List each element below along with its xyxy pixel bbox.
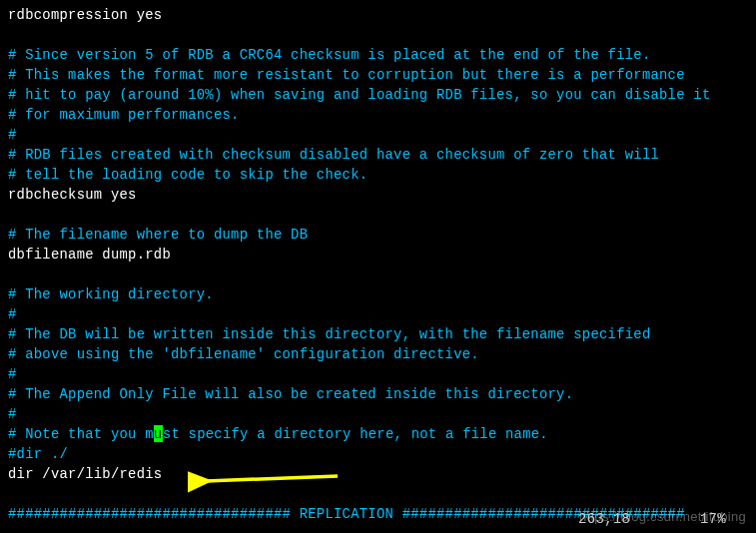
code-line: rdbcompression yes <box>8 6 748 26</box>
code-line: # RDB files created with checksum disabl… <box>8 146 748 166</box>
code-line: # <box>8 305 748 325</box>
code-line <box>8 485 748 505</box>
code-line: # The Append Only File will also be crea… <box>8 385 748 405</box>
code-line: # for maximum performances. <box>8 106 748 126</box>
watermark: https://blog.csdn.net/ifubing <box>579 507 746 527</box>
code-line: # above using the 'dbfilename' configura… <box>8 345 748 365</box>
code-line: # This makes the format more resistant t… <box>8 66 748 86</box>
cursor-line-after: st specify a directory here, not a file … <box>163 427 548 442</box>
code-line: # tell the loading code to skip the chec… <box>8 166 748 186</box>
code-line: dbfilename dump.rdb <box>8 246 748 266</box>
code-line <box>8 26 748 46</box>
code-line: #dir ./ <box>8 445 748 465</box>
editor-viewport[interactable]: rdbcompression yes# Since version 5 of R… <box>8 6 748 525</box>
code-line: # <box>8 405 748 425</box>
code-line: rdbchecksum yes <box>8 186 748 206</box>
code-line <box>8 266 748 285</box>
code-line: # The DB will be written inside this dir… <box>8 325 748 345</box>
code-line: # <box>8 365 748 385</box>
cursor-line-before: # Note that you m <box>8 427 154 442</box>
code-line: # <box>8 126 748 146</box>
code-line: # The filename where to dump the DB <box>8 226 748 246</box>
cursor: u <box>154 425 163 442</box>
code-line: # hit to pay (around 10%) when saving an… <box>8 86 748 106</box>
code-line: dir /var/lib/redis <box>8 465 748 485</box>
code-line: # Since version 5 of RDB a CRC64 checksu… <box>8 46 748 66</box>
code-line <box>8 206 748 226</box>
code-line: # The working directory. <box>8 285 748 305</box>
code-line-cursor: # Note that you must specify a directory… <box>8 425 748 445</box>
